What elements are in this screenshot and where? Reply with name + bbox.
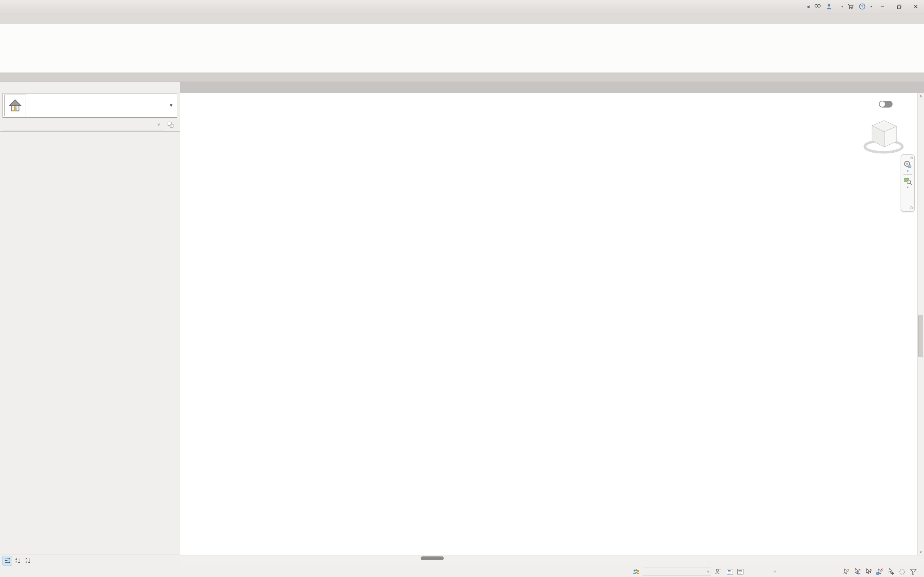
instance-selector-caret-icon[interactable]: ˅	[158, 122, 162, 127]
title-bar: ◀ ▾ ? ▾ – ✕	[0, 0, 924, 13]
svg-text:A: A	[15, 558, 17, 561]
filter-icon[interactable]	[909, 568, 917, 575]
scroll-down-icon[interactable]: ∨	[918, 549, 924, 555]
select-underlay-toggle-icon[interactable]	[854, 568, 861, 575]
design-options-icon[interactable]	[737, 568, 744, 575]
properties-palette: ▼ ˅ AZ ZA	[0, 82, 180, 566]
svg-text:A: A	[25, 561, 27, 564]
zoom-tool-icon[interactable]	[903, 176, 913, 185]
svg-text:Z: Z	[25, 558, 27, 561]
worksets-icon[interactable]	[632, 568, 640, 575]
scroll-up-icon[interactable]: ∧	[918, 93, 924, 99]
user-icon[interactable]	[825, 3, 833, 10]
view-tab-bar	[180, 82, 924, 93]
svg-text:Z: Z	[15, 561, 17, 564]
properties-list	[0, 131, 180, 554]
instance-selector[interactable]: ˅	[3, 119, 163, 131]
steering-wheel-icon[interactable]	[903, 160, 913, 169]
sort-default-button[interactable]	[3, 556, 12, 566]
design-option-caret-icon: ˅	[774, 570, 776, 574]
edit-type-button[interactable]	[163, 121, 177, 128]
apply-button[interactable]	[135, 556, 177, 565]
help-icon[interactable]: ?	[859, 3, 866, 10]
minimize-button[interactable]: –	[876, 2, 888, 11]
worksharing-display-icon[interactable]	[726, 568, 734, 575]
background-processes-icon[interactable]	[898, 568, 906, 575]
editing-requests-icon[interactable]	[714, 568, 722, 575]
worksets-group: ˅ ˅	[632, 567, 781, 576]
title-bar-right: ◀ ▾ ? ▾ – ✕	[806, 2, 922, 11]
accelerated-graphics-toggle[interactable]	[879, 101, 893, 108]
select-links-toggle-icon[interactable]	[842, 568, 850, 575]
svg-text:?: ?	[861, 4, 863, 9]
select-by-face-toggle-icon[interactable]	[876, 568, 884, 575]
ribbon	[0, 24, 924, 73]
properties-bottom-bar: AZ ZA	[0, 554, 180, 566]
horizontal-scroll-thumb[interactable]	[421, 556, 444, 560]
navbar-close-icon[interactable]: ⊗	[910, 156, 913, 160]
design-option-select[interactable]: ˅	[752, 570, 776, 574]
zoom-tool-caret-icon[interactable]: ▾	[907, 185, 909, 189]
options-bar	[0, 73, 924, 82]
search-icon[interactable]	[814, 3, 821, 10]
viewcube[interactable]	[861, 112, 908, 155]
edit-type-icon	[167, 121, 174, 128]
sort-descending-button[interactable]: ZA	[23, 556, 32, 565]
navbar-minimize-icon[interactable]: ⊖	[909, 205, 913, 210]
active-workset-dropdown[interactable]: ˅	[643, 567, 711, 576]
selection-toggles	[842, 568, 919, 575]
view-control-bar	[180, 555, 924, 566]
type-selector-caret-icon[interactable]: ▼	[169, 103, 173, 108]
revit-window: ◀ ▾ ? ▾ – ✕	[0, 0, 924, 577]
accelerated-graphics-control	[879, 100, 897, 108]
steering-wheel-caret-icon[interactable]: ▾	[907, 169, 909, 173]
workset-caret-icon[interactable]: ˅	[707, 570, 711, 574]
sort-ascending-button[interactable]: AZ	[13, 556, 23, 565]
store-cart-icon[interactable]	[847, 3, 854, 10]
type-selector[interactable]: ▼	[3, 93, 177, 118]
view-canvas[interactable]: ⊗ ▾ ▾ ⊖ ∧ ∨	[180, 93, 924, 555]
drag-on-selection-toggle-icon[interactable]	[887, 568, 895, 575]
navigation-bar: ⊗ ▾ ▾ ⊖	[901, 155, 914, 211]
select-pinned-toggle-icon[interactable]	[865, 568, 872, 575]
3d-model-scene[interactable]	[180, 93, 924, 555]
help-caret-icon[interactable]: ▾	[870, 5, 872, 8]
status-bar: ˅ ˅	[0, 566, 924, 577]
restore-button[interactable]	[893, 2, 905, 11]
ribbon-tab-bar	[0, 13, 924, 24]
user-menu-caret-icon[interactable]: ▾	[841, 5, 843, 8]
horizontal-scrollbar[interactable]	[194, 555, 924, 566]
collapse-search-icon[interactable]: ◀	[806, 4, 809, 9]
type-preview-house-icon	[4, 95, 26, 116]
vertical-scroll-thumb[interactable]	[918, 315, 923, 357]
vertical-scrollbar[interactable]: ∧ ∨	[917, 93, 924, 555]
drawing-area: ⊗ ▾ ▾ ⊖ ∧ ∨	[180, 82, 924, 566]
close-button[interactable]: ✕	[909, 2, 922, 11]
